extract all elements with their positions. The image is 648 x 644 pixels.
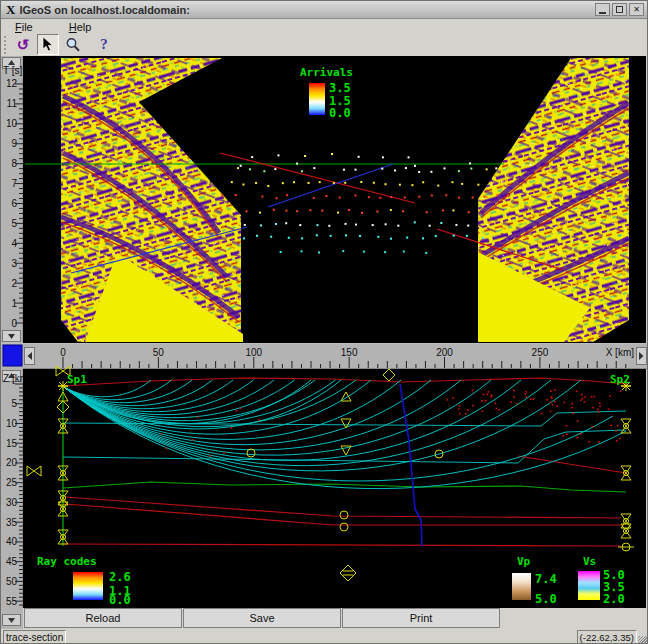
print-button[interactable]: Print: [342, 608, 500, 628]
svg-text:100: 100: [245, 347, 262, 358]
svg-text:X [km]: X [km]: [606, 347, 635, 358]
scroll-right-button[interactable]: [637, 348, 647, 365]
action-button-row: Reload Save Print: [24, 608, 501, 628]
x-ruler-strip[interactable]: [1, 343, 648, 369]
source-label-sp2: Sp2: [610, 373, 630, 386]
maximize-button[interactable]: [612, 3, 627, 16]
magnifier-icon: [65, 37, 81, 53]
zoom-button[interactable]: [62, 34, 84, 55]
svg-text:Ray codes: Ray codes: [37, 555, 97, 568]
axes-corner-button[interactable]: [3, 345, 22, 366]
pointer-select-button[interactable]: [37, 34, 59, 55]
menubar: File Help: [1, 20, 647, 33]
toolbar-handle[interactable]: [4, 36, 8, 54]
minimize-button[interactable]: [595, 3, 610, 16]
toolbar: ↺ ?: [1, 33, 647, 56]
statusbar: trace-section (-22.62,3.35): [1, 629, 647, 644]
svg-text:7.4: 7.4: [535, 572, 557, 586]
help-button[interactable]: ?: [93, 34, 115, 55]
menu-help[interactable]: Help: [69, 21, 92, 33]
svg-text:Arrivals: Arrivals: [300, 66, 353, 79]
svg-text:2.0: 2.0: [603, 592, 625, 606]
svg-text:0.0: 0.0: [329, 106, 351, 120]
save-button[interactable]: Save: [183, 608, 341, 628]
menu-file[interactable]: File: [15, 21, 33, 33]
svg-text:0.0: 0.0: [109, 593, 131, 607]
status-coordinates: (-22.62,3.35): [577, 630, 637, 644]
titlebar[interactable]: X IGeoS on localhost.localdomain: ✕: [1, 1, 647, 19]
svg-text:50: 50: [153, 347, 165, 358]
x11-logo-icon: X: [6, 3, 15, 16]
source-label-sp1: Sp1: [67, 373, 87, 386]
plot-area: 1211109876543210510152025303540455055T […: [1, 56, 648, 629]
maximize-icon: [616, 6, 623, 13]
svg-text:150: 150: [341, 347, 358, 358]
svg-text:Vs: Vs: [583, 555, 596, 568]
minimize-icon: [599, 12, 606, 14]
scroll-down-button-top[interactable]: [3, 331, 21, 342]
reset-view-icon: ↺: [17, 37, 30, 52]
svg-text:0: 0: [60, 347, 66, 358]
resize-grip[interactable]: [638, 636, 647, 644]
svg-text:T [s]: T [s]: [3, 65, 22, 76]
reload-button[interactable]: Reload: [24, 608, 182, 628]
scroll-left-button[interactable]: [25, 348, 35, 365]
reset-view-button[interactable]: ↺: [12, 34, 34, 55]
close-button[interactable]: ✕: [629, 3, 644, 16]
app-window: X IGeoS on localhost.localdomain: ✕ File…: [0, 0, 648, 644]
help-icon: ?: [100, 37, 108, 52]
svg-text:3.5: 3.5: [329, 81, 351, 95]
svg-text:2.6: 2.6: [109, 570, 131, 584]
window-title: IGeoS on localhost.localdomain:: [19, 4, 595, 16]
svg-text:250: 250: [532, 347, 549, 358]
status-mode: trace-section: [3, 630, 66, 644]
svg-text:5.0: 5.0: [535, 592, 557, 606]
scroll-down-button-bottom[interactable]: [3, 615, 21, 626]
svg-text:200: 200: [436, 347, 453, 358]
pointer-cursor-icon: [42, 37, 55, 52]
svg-text:Vp: Vp: [517, 555, 531, 568]
